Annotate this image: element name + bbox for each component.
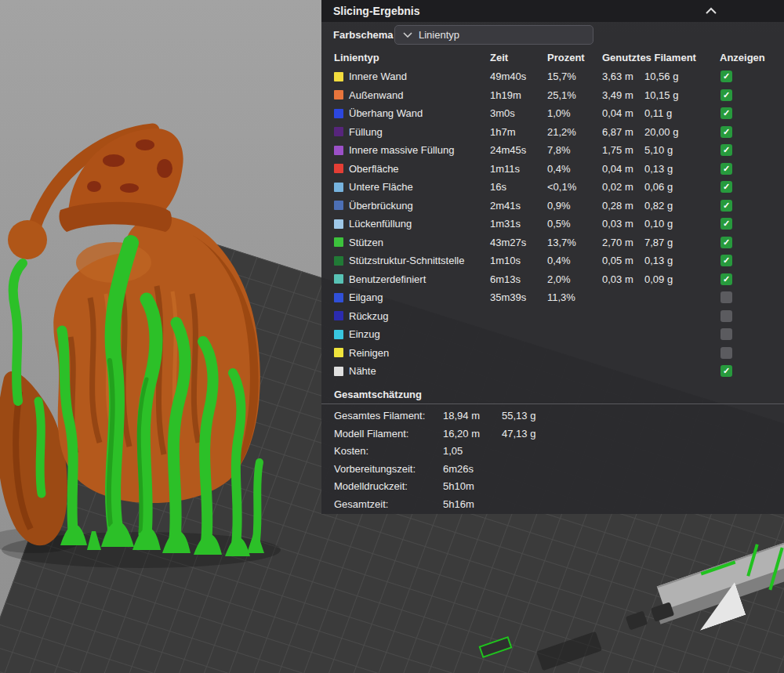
linetype-label: Überhang Wand: [349, 107, 490, 119]
row-filament-m: 6,87 m: [602, 126, 644, 138]
row-time: 1h19m: [490, 89, 547, 101]
row-filament-g: 0,13 g: [644, 255, 695, 266]
summary-label: Gesamtzeit:: [334, 498, 443, 510]
show-checkbox[interactable]: [720, 181, 732, 193]
summary-row: Gesamtzeit:5h16m: [321, 495, 784, 513]
row-filament-m: 2,70 m: [602, 237, 644, 248]
santa-hat-pompom: [8, 220, 47, 259]
row-percent: 2,0%: [547, 273, 602, 285]
table-row: Außenwand1h19m25,1%3,49 m10,15 g: [321, 86, 784, 105]
show-checkbox[interactable]: [720, 347, 732, 359]
table-row: Innere massive Füllung24m45s7,8%1,75 m5,…: [321, 141, 784, 160]
linetype-color-swatch: [334, 256, 343, 266]
linetype-color-swatch: [334, 330, 343, 339]
row-filament-g: 0,10 g: [644, 218, 695, 230]
slicer-app: Slicing-Ergebnis Farbschema Linientyp Li…: [0, 0, 784, 673]
table-row: Überhang Wand3m0s1,0%0,04 m0,11 g: [321, 104, 784, 123]
row-time: 2m41s: [490, 200, 547, 212]
show-checkbox[interactable]: [720, 310, 732, 322]
show-checkbox[interactable]: [720, 163, 732, 175]
row-percent: 0,9%: [547, 200, 602, 212]
table-row: Überbrückung2m41s0,9%0,28 m0,82 g: [321, 197, 784, 215]
col-filament: Genutztes Filament: [602, 52, 720, 63]
farbschema-dropdown[interactable]: Linientyp: [394, 25, 593, 45]
show-checkbox[interactable]: [720, 200, 732, 212]
linetype-label: Einzug: [349, 328, 490, 340]
summary-value-m: 18,94 m: [443, 410, 502, 422]
row-filament-m: 0,05 m: [602, 255, 644, 266]
summary-row: Vorbereitungszeit:6m26s: [321, 460, 784, 478]
row-filament-m: 0,04 m: [602, 107, 644, 119]
row-time: 3m0s: [490, 107, 547, 119]
show-checkbox[interactable]: [720, 71, 732, 82]
linetype-label: Stützstruktur-Schnittstelle: [349, 255, 490, 266]
show-checkbox[interactable]: [720, 255, 732, 266]
santa-model-with-supports[interactable]: [0, 118, 286, 572]
linetype-label: Untere Fläche: [349, 181, 490, 193]
summary-label: Gesamtes Filament:: [334, 410, 443, 422]
linetype-color-swatch: [334, 367, 343, 376]
row-filament-m: 0,28 m: [602, 200, 644, 212]
slicing-result-panel: Slicing-Ergebnis Farbschema Linientyp Li…: [321, 0, 784, 514]
linetype-label: Reinigen: [349, 347, 490, 359]
summary-row: Kosten:1,05: [321, 443, 784, 461]
row-filament-g: 0,13 g: [644, 163, 695, 175]
show-checkbox[interactable]: [720, 291, 732, 303]
table-row: Innere Wand49m40s15,7%3,63 m10,56 g: [321, 67, 784, 86]
linetype-label: Innere Wand: [349, 71, 490, 82]
row-percent: 7,8%: [547, 144, 602, 156]
summary-value-m: 16,20 m: [443, 428, 502, 440]
row-filament-m: 0,03 m: [602, 273, 644, 285]
table-row: Einzug: [321, 325, 784, 344]
table-row: Stützstruktur-Schnittstelle1m10s0,4%0,05…: [321, 251, 784, 270]
row-percent: 25,1%: [547, 89, 602, 101]
linetype-color-swatch: [334, 164, 343, 173]
panel-title: Slicing-Ergebnis: [333, 5, 419, 17]
table-row: Füllung1h7m21,2%6,87 m20,00 g: [321, 123, 784, 142]
row-filament-m: 0,03 m: [602, 218, 644, 230]
santa-hat-brim: [59, 202, 172, 232]
row-filament-g: 0,06 g: [644, 181, 695, 193]
show-checkbox[interactable]: [720, 126, 732, 138]
collapse-chevron-up-icon[interactable]: [704, 5, 718, 17]
linetype-label: Lückenfüllung: [349, 218, 490, 230]
table-row: Lückenfüllung1m31s0,5%0,03 m0,10 g: [321, 215, 784, 233]
linetype-label: Außenwand: [349, 89, 490, 101]
row-percent: 0,4%: [547, 255, 602, 266]
linetype-color-swatch: [334, 348, 343, 357]
table-row: Oberfläche1m11s0,4%0,04 m0,13 g: [321, 160, 784, 179]
row-filament-g: 10,56 g: [644, 71, 695, 82]
col-linientyp: Linientyp: [334, 52, 490, 63]
panel-header: Slicing-Ergebnis: [321, 0, 784, 22]
summary-value-m: 6m26s: [443, 463, 502, 475]
summary-row: Modell Filament:16,20 m47,13 g: [321, 425, 784, 443]
summary-row: Modelldruckzeit:5h10m: [321, 478, 784, 496]
show-checkbox[interactable]: [720, 107, 732, 119]
row-percent: 11,3%: [547, 291, 602, 303]
show-checkbox[interactable]: [720, 328, 732, 340]
summary-label: Vorbereitungszeit:: [334, 463, 443, 475]
summary-row: Gesamtes Filament:18,94 m55,13 g: [321, 407, 784, 425]
row-filament-g: 0,09 g: [644, 273, 695, 285]
summary-title: Gesamtschätzung: [321, 381, 784, 403]
summary-value-m: 5h16m: [443, 498, 502, 510]
show-checkbox[interactable]: [720, 144, 732, 156]
row-filament-g: 20,00 g: [644, 126, 695, 138]
row-filament-g: 10,15 g: [644, 89, 695, 101]
row-time: 35m39s: [490, 291, 547, 303]
show-checkbox[interactable]: [720, 218, 732, 230]
row-percent: 0,5%: [547, 218, 602, 230]
show-checkbox[interactable]: [720, 89, 732, 101]
row-filament-g: 7,87 g: [644, 237, 695, 248]
farbschema-label: Farbschema: [333, 29, 394, 41]
table-row: Untere Fläche16s<0,1%0,02 m0,06 g: [321, 178, 784, 197]
show-checkbox[interactable]: [720, 237, 732, 248]
table-header: Linientyp Zeit Prozent Genutztes Filamen…: [321, 47, 784, 67]
row-time: 49m40s: [490, 71, 547, 82]
show-checkbox[interactable]: [720, 365, 732, 377]
chevron-down-icon: [403, 31, 412, 38]
row-percent: 13,7%: [547, 237, 602, 248]
row-filament-g: 0,11 g: [644, 107, 695, 119]
linetype-label: Eilgang: [349, 291, 490, 303]
show-checkbox[interactable]: [720, 273, 732, 285]
